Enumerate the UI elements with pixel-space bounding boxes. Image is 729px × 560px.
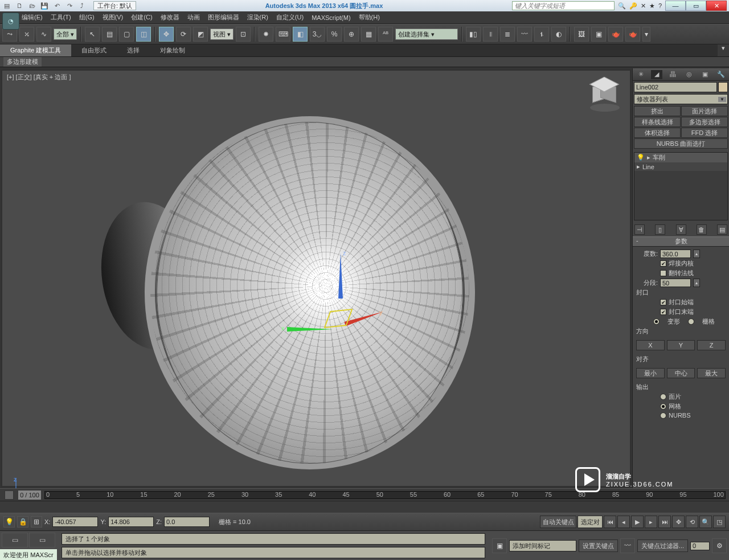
btn-extrude[interactable]: 挤出 [634,106,681,116]
keyboard-shortcut-icon[interactable]: ⌨ [276,27,290,42]
select-by-name-icon[interactable]: ▤ [102,27,117,42]
visibility-icon[interactable]: 💡 [637,154,645,161]
make-unique-icon[interactable]: ∀ [676,224,686,235]
menu-help[interactable]: 帮助(H) [359,13,380,22]
nav-orbit-icon[interactable]: ⟲ [686,516,698,528]
menu-create[interactable]: 创建(C) [131,13,152,22]
dir-x-button[interactable]: X [636,340,665,350]
timeline-home-icon[interactable] [5,490,14,500]
goto-end-icon[interactable]: ⏭ [658,516,671,528]
app-logo-icon[interactable]: ◔ [2,13,19,30]
menu-graph[interactable]: 图形编辑器 [208,13,239,22]
prev-frame-icon[interactable]: ◂ [617,516,630,528]
motion-tab-icon[interactable]: ◎ [683,70,695,79]
filter-dropdown[interactable]: 全部 ▾ [54,28,77,40]
current-frame-input[interactable]: 0 [690,542,710,550]
x-input[interactable]: -40.057 [52,517,98,527]
minimize-button[interactable]: — [665,1,686,11]
app-menu-icon[interactable]: ▤ [2,2,11,10]
btn-nurbs-select[interactable]: NURBS 曲面选打 [634,138,728,149]
modifier-list-dropdown[interactable]: 修改器列表 [634,94,728,104]
rollout-params[interactable]: 参数 [633,236,729,247]
output-patch-radio[interactable] [660,394,666,400]
render-prod-icon[interactable]: 🫖 [625,27,640,42]
save-icon[interactable]: 💾 [40,2,49,10]
time-ruler[interactable]: 0510152025303540455055606570758085909510… [44,491,726,499]
expand-icon[interactable]: ▸ [647,154,650,161]
menu-animation[interactable]: 动画 [187,13,200,22]
hierarchy-tab-icon[interactable]: 晶 [667,70,678,79]
search-icon[interactable]: 🔍 [618,2,626,10]
modifier-stack[interactable]: 💡 ▸ 车削 ▸ Line [634,152,728,220]
window-crossing-icon[interactable]: ◫ [136,27,151,42]
mirror-icon[interactable]: ▮▯ [466,27,481,42]
align-min-button[interactable]: 最小 [636,368,665,378]
rect-select-icon[interactable]: ▢ [119,27,134,42]
time-slider[interactable]: 0 / 100 [18,490,41,500]
select-icon[interactable]: ↖ [85,27,100,42]
lock-icon[interactable]: 🔒 [17,516,28,528]
gizmo-z-axis[interactable] [338,253,343,299]
edged-icon[interactable]: ▦ [361,27,376,42]
signin-icon[interactable]: 🔑 [629,2,637,10]
menu-views[interactable]: 视图(V) [103,13,124,22]
open-icon[interactable]: 🗁 [27,2,36,10]
y-input[interactable]: 14.806 [108,517,154,527]
close-button[interactable]: ✕ [706,1,727,11]
spinner-snap-icon[interactable]: ⊕ [344,27,359,42]
nav-max-icon[interactable]: ◳ [713,516,726,528]
unlink-icon[interactable]: ⤰ [19,27,34,42]
key-filters-button[interactable]: 关键点过滤器... [637,539,688,552]
link-icon[interactable]: ⤴ [77,2,87,10]
render-flyout-icon[interactable]: ▾ [642,27,650,42]
dir-z-button[interactable]: Z [697,340,726,350]
menu-tools[interactable]: 工具(T) [51,13,71,22]
z-input[interactable]: 0.0 [164,517,210,527]
mini-listener-icon[interactable]: ▭ [2,533,28,547]
tab-freeform[interactable]: 自由形式 [71,44,117,56]
next-frame-icon[interactable]: ▸ [645,516,657,528]
btn-ffd-select[interactable]: FFD 选择 [681,128,728,138]
expand-icon[interactable]: ▸ [637,163,640,170]
selection-lock-field[interactable]: 选定对 [578,516,603,528]
angle-snap-icon[interactable]: 3◡ [310,27,325,42]
bind-icon[interactable]: ∿ [36,27,51,42]
curve-editor-icon[interactable]: 〰 [517,27,532,42]
btn-spline-select[interactable]: 样条线选择 [634,117,681,127]
cap-end-checkbox[interactable]: ✔ [660,309,666,315]
render-setup-icon[interactable]: 🖼 [574,27,589,42]
degrees-spin-up[interactable]: ▴ [693,250,700,258]
named-selection-dropdown[interactable]: 创建选择集 ▾ [395,28,458,40]
grid-radio[interactable] [688,318,694,325]
align-max-button[interactable]: 最大 [697,368,726,378]
btn-patch-select[interactable]: 面片选择 [681,106,728,116]
stack-item-line[interactable]: ▸ Line [634,162,727,171]
align-icon[interactable]: ⫴ [483,27,498,42]
help-icon[interactable]: ? [658,2,662,10]
pivot-icon[interactable]: ⊡ [236,27,251,42]
flip-normals-checkbox[interactable] [660,270,666,276]
rotate-icon[interactable]: ⟳ [176,27,191,42]
btn-vol-select[interactable]: 体积选择 [634,128,681,138]
pin-stack-icon[interactable]: ⊣ [634,224,645,235]
morph-radio[interactable] [653,318,660,325]
snap-options-icon[interactable]: ⊞ [31,516,42,528]
key-mode-icon[interactable]: 〰 [620,538,635,553]
dir-y-button[interactable]: Y [667,340,695,350]
menu-maxscript[interactable]: MAXScript(M) [312,14,350,21]
manip-icon[interactable]: ✸ [259,27,273,42]
track-bar[interactable] [0,501,729,513]
segments-spin-up[interactable]: ▴ [693,279,700,287]
abc-icon[interactable]: ᴬᴮ [378,27,393,42]
isolate-icon[interactable]: 💡 [3,516,15,528]
tab-graphite[interactable]: Graphite 建模工具 [0,44,71,56]
btn-poly-select[interactable]: 多边形选择 [681,117,728,127]
nav-pan-icon[interactable]: ✥ [672,516,685,528]
tab-selection[interactable]: 选择 [117,44,150,56]
snap-toggle-icon[interactable]: ◧ [293,27,308,42]
create-tab-icon[interactable]: ✳ [635,70,646,79]
object-color-swatch[interactable] [718,82,728,92]
show-end-result-icon[interactable]: ▯ [655,224,665,235]
redo-icon[interactable]: ↷ [65,2,74,10]
workspace-dropdown[interactable]: 工作台: 默认 [93,1,136,10]
